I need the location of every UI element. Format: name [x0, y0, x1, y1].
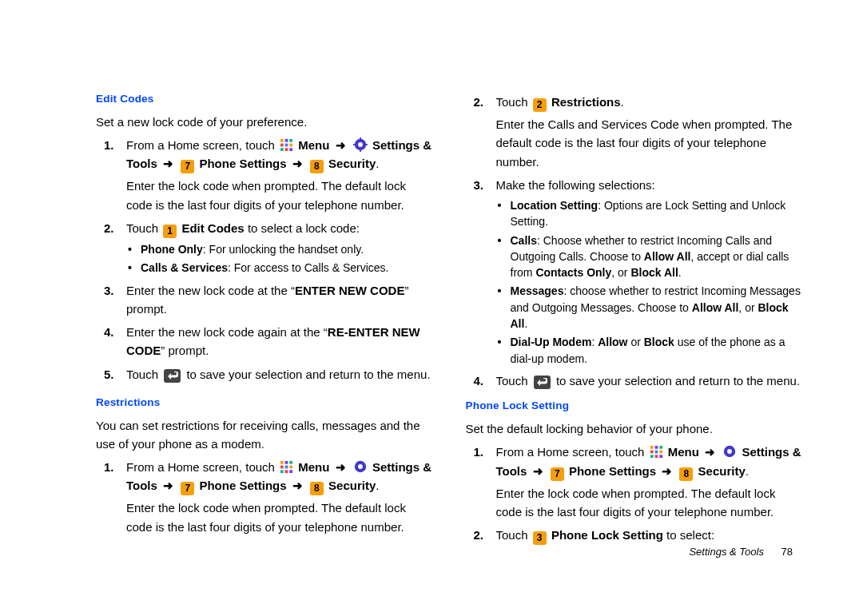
arrow-icon: ➜	[336, 460, 346, 474]
back-icon	[534, 376, 551, 389]
badge-7-icon: 7	[181, 160, 194, 173]
option-calls-services: Calls & Services: For access to Calls & …	[126, 260, 434, 276]
svg-rect-30	[654, 451, 658, 454]
step-5: 5. Touch to save your selection and retu…	[96, 365, 434, 384]
option-label: Allow	[598, 336, 627, 348]
step-note: Enter the Calls and Services Code when p…	[496, 115, 804, 171]
option-text: or	[628, 336, 644, 348]
badge-7-icon: 7	[181, 482, 194, 495]
step-text: Touch	[496, 528, 531, 542]
steps-phone-lock: 1. From a Home screen, touch Menu ➜ Sett…	[466, 443, 804, 545]
svg-rect-5	[289, 144, 292, 147]
step-1: 1. From a Home screen, touch Menu ➜ Sett…	[96, 136, 434, 214]
option-text: : For unlocking the handset only.	[203, 243, 364, 256]
gear-icon	[353, 137, 368, 152]
option-label: Calls	[511, 234, 537, 247]
step-text: to save your selection and return to the…	[186, 368, 430, 381]
option-label: Block All	[630, 266, 678, 279]
option-phone-only: Phone Only: For unlocking the handset on…	[126, 241, 434, 257]
svg-rect-11	[360, 137, 361, 141]
option-text: , or	[611, 266, 630, 279]
svg-rect-16	[285, 461, 288, 464]
edit-codes-label: Edit Codes	[181, 221, 244, 235]
arrow-icon: ➜	[533, 464, 543, 478]
svg-point-25	[358, 464, 363, 469]
svg-rect-23	[289, 470, 292, 473]
svg-rect-12	[360, 149, 361, 153]
svg-point-10	[358, 142, 363, 147]
step-note: Enter the lock code when prompted. The d…	[496, 484, 804, 522]
step-text: .	[621, 95, 624, 109]
svg-rect-28	[659, 446, 662, 449]
option-text: .	[524, 317, 527, 330]
options-list: Location Setting: Options are Lock Setti…	[496, 197, 804, 367]
svg-rect-20	[289, 466, 292, 469]
page-footer: Settings & Tools 78	[689, 544, 793, 560]
step-text: Touch	[126, 221, 161, 235]
svg-rect-21	[280, 470, 284, 473]
svg-rect-2	[289, 139, 292, 142]
option-label: Block	[644, 336, 674, 348]
options-list: Phone Only: For unlocking the handset on…	[126, 241, 434, 276]
svg-rect-0	[280, 139, 284, 142]
option-location: Location Setting: Options are Lock Setti…	[496, 197, 804, 230]
step-text: Enter the new lock code at the “	[126, 284, 295, 297]
svg-rect-4	[285, 144, 288, 147]
svg-rect-3	[280, 144, 284, 147]
security-label: Security	[328, 479, 376, 492]
badge-8-icon: 8	[679, 467, 693, 481]
step-text: Touch	[126, 368, 161, 381]
step-note: Enter the lock code when prompted. The d…	[126, 499, 434, 536]
option-label: Location Setting	[511, 199, 599, 212]
page-number: 78	[781, 546, 793, 558]
svg-rect-26	[650, 446, 654, 449]
step-text: Touch	[496, 95, 531, 109]
steps-restrictions: 1. From a Home screen, touch Menu ➜ Sett…	[96, 458, 434, 536]
step-note: Enter the lock code when prompted. The d…	[126, 177, 434, 214]
option-label: Phone Only	[141, 243, 203, 256]
step-text: .	[376, 157, 379, 170]
menu-label: Menu	[298, 460, 329, 474]
arrow-icon: ➜	[163, 157, 173, 170]
svg-point-36	[727, 450, 732, 455]
option-label: Calls & Services	[141, 261, 228, 274]
step-text: From a Home screen, touch	[126, 460, 278, 474]
option-text: :	[591, 336, 598, 348]
step-2: 2. Touch 2 Restrictions. Enter the Calls…	[466, 93, 804, 171]
arrow-icon: ➜	[336, 138, 346, 152]
prompt-label: ENTER NEW CODE	[295, 284, 405, 297]
svg-rect-31	[659, 451, 662, 454]
section-heading-restrictions: Restrictions	[96, 395, 434, 411]
menu-label: Menu	[668, 445, 699, 459]
menu-icon	[650, 445, 663, 459]
badge-2-icon: 2	[533, 98, 547, 112]
badge-1-icon: 1	[163, 225, 177, 238]
svg-rect-22	[285, 470, 288, 473]
badge-8-icon: 8	[310, 482, 324, 495]
option-label: Allow All	[692, 301, 739, 314]
security-label: Security	[698, 464, 746, 478]
arrow-icon: ➜	[292, 157, 303, 170]
section-heading-phone-lock: Phone Lock Setting	[466, 398, 804, 415]
steps-edit-codes: 1. From a Home screen, touch Menu ➜ Sett…	[96, 136, 434, 384]
menu-label: Menu	[298, 138, 329, 152]
svg-rect-32	[650, 455, 654, 459]
svg-rect-19	[285, 466, 288, 469]
step-text: Make the following selections:	[496, 178, 655, 192]
step-text: to select a lock code:	[245, 221, 360, 235]
gear-icon	[722, 444, 737, 459]
option-calls: Calls: Choose whether to restrict Incomi…	[496, 232, 804, 281]
step-1: 1. From a Home screen, touch Menu ➜ Sett…	[466, 443, 804, 521]
option-label: Messages	[511, 284, 564, 297]
option-messages: Messages: choose whether to restrict Inc…	[496, 283, 804, 332]
step-3: 3. Enter the new lock code at the “ENTER…	[96, 281, 434, 319]
arrow-icon: ➜	[292, 479, 303, 492]
svg-rect-34	[659, 455, 662, 459]
step-text: to save your selection and return to the…	[556, 374, 800, 387]
step-text: .	[376, 479, 379, 492]
arrow-icon: ➜	[705, 445, 715, 459]
step-3: 3. Make the following selections: Locati…	[466, 176, 804, 367]
arrow-icon: ➜	[662, 464, 672, 478]
svg-rect-7	[285, 148, 288, 151]
step-text: ” prompt.	[161, 344, 209, 357]
